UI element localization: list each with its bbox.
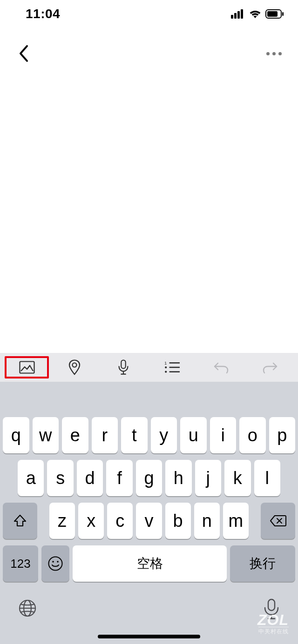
key-w[interactable]: w	[33, 417, 59, 453]
battery-icon	[265, 9, 284, 19]
backspace-icon	[270, 515, 286, 527]
watermark-sub: 中关村在线	[258, 627, 289, 636]
editor-toolbar: 1	[0, 353, 298, 382]
key-a[interactable]: a	[18, 460, 44, 496]
return-key[interactable]: 换行	[230, 545, 295, 582]
svg-point-20	[49, 557, 62, 571]
key-z[interactable]: z	[49, 503, 75, 539]
shift-icon	[13, 514, 27, 528]
key-s[interactable]: s	[47, 460, 73, 496]
key-l[interactable]: l	[254, 460, 280, 496]
key-h[interactable]: h	[165, 460, 191, 496]
key-o[interactable]: o	[239, 417, 266, 453]
svg-rect-7	[20, 362, 34, 373]
microphone-icon	[115, 359, 131, 375]
redo-icon	[262, 359, 278, 375]
svg-rect-0	[231, 15, 233, 19]
voice-input-button[interactable]	[99, 356, 148, 378]
svg-text:1: 1	[164, 360, 167, 365]
home-indicator[interactable]	[98, 635, 200, 638]
key-u[interactable]: u	[180, 417, 207, 453]
key-d[interactable]: d	[77, 460, 103, 496]
globe-icon	[18, 598, 37, 618]
shift-key[interactable]	[3, 503, 37, 539]
svg-point-22	[57, 561, 59, 563]
insert-image-button[interactable]	[5, 356, 49, 378]
svg-rect-6	[282, 12, 284, 16]
insert-location-button[interactable]	[50, 356, 99, 378]
image-icon	[19, 359, 35, 375]
globe-key[interactable]	[18, 598, 37, 618]
key-k[interactable]: k	[224, 460, 251, 496]
chevron-left-icon	[18, 45, 28, 62]
key-r[interactable]: r	[92, 417, 118, 453]
nav-bar	[0, 40, 298, 67]
svg-point-8	[72, 363, 76, 367]
emoji-icon	[47, 556, 63, 571]
emoji-key[interactable]	[41, 545, 69, 582]
key-n[interactable]: n	[194, 503, 220, 539]
key-t[interactable]: t	[121, 417, 148, 453]
svg-rect-3	[241, 9, 243, 19]
key-e[interactable]: e	[62, 417, 88, 453]
wifi-icon	[249, 9, 262, 19]
key-m[interactable]: m	[223, 503, 249, 539]
svg-rect-1	[234, 13, 237, 19]
list-icon: 1	[164, 359, 180, 375]
keyboard-row-1: q w e r t y u i o p	[0, 417, 298, 453]
svg-rect-26	[268, 599, 275, 611]
redo-button[interactable]	[245, 356, 294, 378]
key-j[interactable]: j	[195, 460, 221, 496]
key-i[interactable]: i	[210, 417, 237, 453]
status-icons	[231, 9, 284, 19]
more-button[interactable]	[266, 52, 284, 55]
backspace-key[interactable]	[261, 503, 295, 539]
watermark: ZOL 中关村在线	[257, 611, 289, 636]
status-bar: 11:04	[0, 0, 298, 28]
svg-point-14	[165, 371, 167, 372]
key-y[interactable]: y	[151, 417, 177, 453]
cellular-icon	[231, 9, 245, 19]
key-q[interactable]: q	[3, 417, 29, 453]
key-b[interactable]: b	[165, 503, 191, 539]
key-g[interactable]: g	[136, 460, 162, 496]
location-icon	[67, 359, 82, 375]
keyboard-row-3: z x c v b n m	[0, 503, 298, 539]
keyboard: q w e r t y u i o p a s d f g h j k l	[0, 382, 298, 644]
editor-area[interactable]	[0, 70, 298, 353]
space-key[interactable]: 空格	[73, 545, 227, 582]
undo-icon	[213, 359, 229, 375]
numeric-key[interactable]: 123	[3, 545, 38, 582]
key-p[interactable]: p	[269, 417, 296, 453]
keyboard-row-4: 123 空格 换行	[0, 545, 298, 582]
svg-rect-5	[267, 11, 278, 17]
svg-point-21	[52, 561, 54, 563]
watermark-main: ZOL	[257, 611, 289, 629]
key-x[interactable]: x	[78, 503, 104, 539]
undo-button[interactable]	[196, 356, 245, 378]
keyboard-row-2: a s d f g h j k l	[0, 460, 298, 496]
key-c[interactable]: c	[107, 503, 133, 539]
back-button[interactable]	[14, 44, 33, 63]
status-time: 11:04	[26, 7, 60, 21]
svg-point-13	[165, 366, 167, 368]
list-format-button[interactable]: 1	[148, 356, 196, 378]
key-v[interactable]: v	[136, 503, 162, 539]
svg-rect-2	[237, 11, 240, 19]
svg-rect-9	[121, 360, 125, 368]
key-f[interactable]: f	[106, 460, 132, 496]
